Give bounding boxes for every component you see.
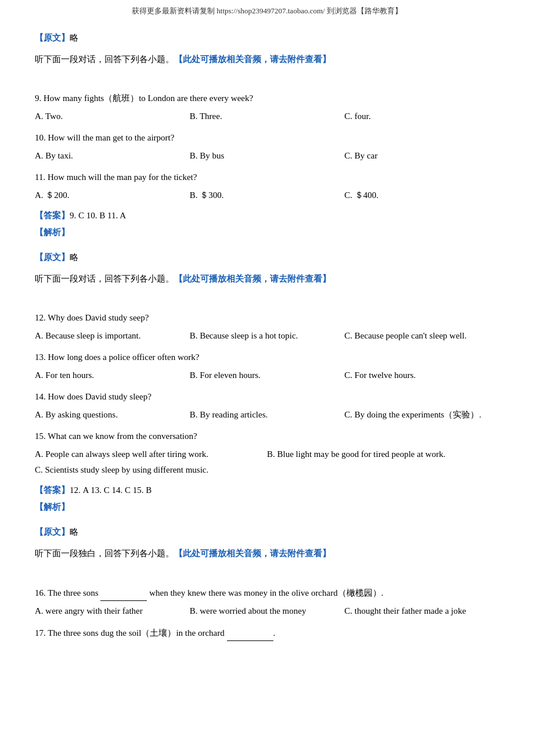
option-9a: A. Two.	[35, 109, 190, 124]
yuanwen-1: 【原文】略	[35, 30, 499, 46]
options-9: A. Two. B. Three. C. four.	[35, 109, 499, 124]
option-11b: B. ＄300.	[190, 188, 345, 203]
question-14: 14. How does David study sleep?	[35, 389, 499, 405]
options-13: A. For ten hours. B. For eleven hours. C…	[35, 368, 499, 383]
options-16: A. were angry with their father B. were …	[35, 603, 499, 619]
option-11a: A. ＄200.	[35, 188, 190, 203]
section-3: 【原文】略 听下面一段独白，回答下列各小题。【此处可播放相关音频，请去附件查看】…	[35, 524, 499, 641]
question-11: 11. How much will the man pay for the ti…	[35, 170, 499, 185]
intro-2: 听下面一段对话，回答下列各小题。【此处可播放相关音频，请去附件查看】	[35, 271, 499, 287]
options-12: A. Because sleep is important. B. Becaus…	[35, 328, 499, 344]
option-15b: B. Blue light may be good for tired peop…	[267, 447, 499, 462]
jiexi-2: 【解析】	[35, 499, 499, 515]
yuanwen-2: 【原文】略	[35, 250, 499, 265]
option-14a: A. By asking questions.	[35, 407, 190, 423]
option-16b: B. were worried about the money	[190, 603, 345, 619]
options-14: A. By asking questions. B. By reading ar…	[35, 407, 499, 423]
option-13a: A. For ten hours.	[35, 368, 190, 383]
answer-1: 【答案】9. C 10. B 11. A	[35, 208, 499, 224]
option-11c: C. ＄400.	[344, 188, 499, 203]
yuanwen-3: 【原文】略	[35, 524, 499, 540]
option-10a: A. By taxi.	[35, 148, 190, 164]
intro-3: 听下面一段独白，回答下列各小题。【此处可播放相关音频，请去附件查看】	[35, 546, 499, 561]
option-12c: C. Because people can't sleep well.	[344, 328, 499, 344]
question-10: 10. How will the man get to the airport?	[35, 130, 499, 146]
question-17: 17. The three sons dug the soil（土壤）in th…	[35, 625, 499, 641]
section-1: 【原文】略 听下面一段对话，回答下列各小题。【此处可播放相关音频，请去附件查看】…	[35, 30, 499, 240]
options-10: A. By taxi. B. By bus C. By car	[35, 148, 499, 164]
option-16a: A. were angry with their father	[35, 603, 190, 619]
blank-17	[227, 625, 273, 641]
question-15: 15. What can we know from the conversati…	[35, 429, 499, 444]
option-14b: B. By reading articles.	[190, 407, 345, 423]
option-15c: C. Scientists study sleep by using diffe…	[35, 462, 499, 478]
blank-16	[100, 585, 147, 601]
option-15a: A. People can always sleep well after ti…	[35, 447, 267, 462]
question-9: 9. How many fights（航班）to London are ther…	[35, 91, 499, 106]
options-15: A. People can always sleep well after ti…	[35, 447, 499, 478]
top-banner: 获得更多最新资料请复制 https://shop239497207.taobao…	[35, 0, 499, 21]
intro-1: 听下面一段对话，回答下列各小题。【此处可播放相关音频，请去附件查看】	[35, 52, 499, 67]
jiexi-1: 【解析】	[35, 225, 499, 240]
section-2: 【原文】略 听下面一段对话，回答下列各小题。【此处可播放相关音频，请去附件查看】…	[35, 250, 499, 515]
question-13: 13. How long does a police officer often…	[35, 350, 499, 365]
option-12a: A. Because sleep is important.	[35, 328, 190, 344]
option-9b: B. Three.	[190, 109, 345, 124]
question-16: 16. The three sons when they knew there …	[35, 585, 499, 601]
question-12: 12. Why does David study seep?	[35, 310, 499, 326]
option-12b: B. Because sleep is a hot topic.	[190, 328, 345, 344]
option-14c: C. By doing the experiments（实验）.	[344, 407, 499, 423]
option-10b: B. By bus	[190, 148, 345, 164]
option-13c: C. For twelve hours.	[344, 368, 499, 383]
options-11: A. ＄200. B. ＄300. C. ＄400.	[35, 188, 499, 203]
option-10c: C. By car	[344, 148, 499, 164]
option-16c: C. thought their father made a joke	[344, 603, 499, 619]
answer-2: 【答案】12. A 13. C 14. C 15. B	[35, 483, 499, 498]
option-9c: C. four.	[344, 109, 499, 124]
option-13b: B. For eleven hours.	[190, 368, 345, 383]
